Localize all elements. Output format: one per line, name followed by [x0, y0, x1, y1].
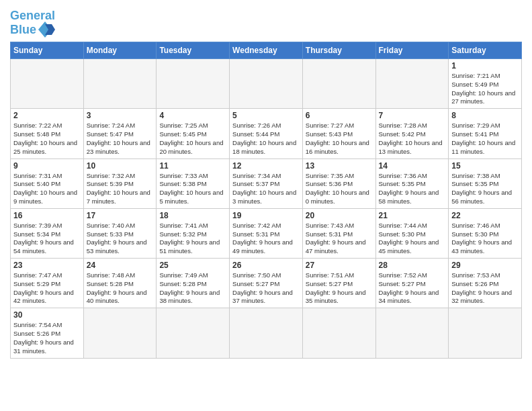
header: General Blue	[10, 7, 522, 38]
logo-text: General	[10, 9, 58, 21]
day-info: Sunrise: 7:53 AM Sunset: 5:26 PM Dayligh…	[451, 271, 519, 306]
day-info: Sunrise: 7:52 AM Sunset: 5:27 PM Dayligh…	[379, 271, 446, 306]
day-number: 14	[379, 161, 446, 171]
day-info: Sunrise: 7:48 AM Sunset: 5:28 PM Dayligh…	[87, 271, 154, 306]
calendar-cell: 16Sunrise: 7:39 AM Sunset: 5:34 PM Dayli…	[11, 208, 84, 258]
calendar-cell: 21Sunrise: 7:44 AM Sunset: 5:30 PM Dayli…	[375, 208, 449, 258]
calendar-cell: 23Sunrise: 7:47 AM Sunset: 5:29 PM Dayli…	[11, 259, 84, 308]
calendar-cell: 13Sunrise: 7:35 AM Sunset: 5:36 PM Dayli…	[302, 158, 375, 208]
calendar-header-tuesday: Tuesday	[157, 42, 230, 59]
calendar-cell	[302, 59, 375, 109]
calendar-cell: 2Sunrise: 7:22 AM Sunset: 5:48 PM Daylig…	[11, 109, 84, 158]
calendar-cell	[449, 308, 522, 358]
calendar-cell: 12Sunrise: 7:34 AM Sunset: 5:37 PM Dayli…	[230, 158, 303, 208]
day-number: 11	[159, 161, 226, 171]
calendar-cell: 19Sunrise: 7:42 AM Sunset: 5:31 PM Dayli…	[230, 208, 303, 258]
calendar-cell: 10Sunrise: 7:32 AM Sunset: 5:39 PM Dayli…	[83, 158, 157, 208]
calendar-cell: 5Sunrise: 7:26 AM Sunset: 5:44 PM Daylig…	[230, 109, 303, 158]
calendar-cell	[302, 308, 375, 358]
day-number: 23	[13, 261, 81, 270]
day-info: Sunrise: 7:34 AM Sunset: 5:37 PM Dayligh…	[232, 172, 300, 206]
day-number: 7	[379, 111, 446, 120]
day-number: 1	[451, 61, 519, 71]
calendar-week-3: 9Sunrise: 7:31 AM Sunset: 5:40 PM Daylig…	[11, 158, 522, 208]
calendar-cell: 3Sunrise: 7:24 AM Sunset: 5:47 PM Daylig…	[83, 109, 157, 158]
day-number: 10	[87, 161, 154, 171]
day-info: Sunrise: 7:46 AM Sunset: 5:30 PM Dayligh…	[451, 222, 519, 256]
day-number: 30	[13, 310, 81, 320]
calendar-cell: 17Sunrise: 7:40 AM Sunset: 5:33 PM Dayli…	[83, 208, 157, 258]
day-number: 3	[87, 111, 154, 120]
day-number: 24	[87, 261, 154, 270]
calendar-cell: 18Sunrise: 7:41 AM Sunset: 5:32 PM Dayli…	[157, 208, 230, 258]
calendar-header-saturday: Saturday	[449, 42, 522, 59]
calendar-cell	[11, 59, 84, 109]
calendar-cell	[375, 308, 449, 358]
day-number: 25	[159, 261, 226, 270]
day-number: 29	[451, 261, 519, 270]
day-info: Sunrise: 7:44 AM Sunset: 5:30 PM Dayligh…	[379, 222, 446, 256]
day-info: Sunrise: 7:50 AM Sunset: 5:27 PM Dayligh…	[232, 271, 300, 306]
logo-icon	[38, 21, 58, 38]
day-number: 20	[306, 211, 373, 220]
day-info: Sunrise: 7:21 AM Sunset: 5:49 PM Dayligh…	[451, 72, 519, 106]
day-number: 17	[87, 211, 154, 220]
day-info: Sunrise: 7:54 AM Sunset: 5:26 PM Dayligh…	[13, 321, 81, 355]
day-info: Sunrise: 7:36 AM Sunset: 5:35 PM Dayligh…	[379, 172, 446, 206]
day-number: 4	[159, 111, 226, 120]
calendar-week-6: 30Sunrise: 7:54 AM Sunset: 5:26 PM Dayli…	[11, 308, 522, 358]
calendar-week-1: 1Sunrise: 7:21 AM Sunset: 5:49 PM Daylig…	[11, 59, 522, 109]
calendar-cell: 9Sunrise: 7:31 AM Sunset: 5:40 PM Daylig…	[11, 158, 84, 208]
day-info: Sunrise: 7:33 AM Sunset: 5:38 PM Dayligh…	[159, 172, 226, 206]
day-number: 18	[159, 211, 226, 220]
calendar-cell	[83, 59, 157, 109]
page: General Blue SundayMondayTuesdayWednesda…	[0, 0, 532, 411]
calendar-cell: 11Sunrise: 7:33 AM Sunset: 5:38 PM Dayli…	[157, 158, 230, 208]
calendar-cell: 8Sunrise: 7:29 AM Sunset: 5:41 PM Daylig…	[449, 109, 522, 158]
calendar-cell	[230, 308, 303, 358]
day-number: 21	[379, 211, 446, 220]
calendar-header-friday: Friday	[375, 42, 449, 59]
day-number: 22	[451, 211, 519, 220]
day-number: 27	[306, 261, 373, 270]
day-info: Sunrise: 7:28 AM Sunset: 5:42 PM Dayligh…	[379, 122, 446, 156]
day-info: Sunrise: 7:25 AM Sunset: 5:45 PM Dayligh…	[159, 122, 226, 156]
day-number: 6	[306, 111, 373, 120]
calendar-cell: 1Sunrise: 7:21 AM Sunset: 5:49 PM Daylig…	[449, 59, 522, 109]
calendar-cell: 29Sunrise: 7:53 AM Sunset: 5:26 PM Dayli…	[449, 259, 522, 308]
calendar-cell: 26Sunrise: 7:50 AM Sunset: 5:27 PM Dayli…	[230, 259, 303, 308]
calendar-header-wednesday: Wednesday	[230, 42, 303, 59]
day-info: Sunrise: 7:27 AM Sunset: 5:43 PM Dayligh…	[306, 122, 373, 156]
day-number: 8	[451, 111, 519, 120]
day-number: 2	[13, 111, 81, 120]
day-info: Sunrise: 7:40 AM Sunset: 5:33 PM Dayligh…	[87, 222, 154, 256]
day-number: 5	[232, 111, 300, 120]
calendar-cell: 30Sunrise: 7:54 AM Sunset: 5:26 PM Dayli…	[11, 308, 84, 358]
day-info: Sunrise: 7:38 AM Sunset: 5:35 PM Dayligh…	[451, 172, 519, 206]
calendar-cell: 14Sunrise: 7:36 AM Sunset: 5:35 PM Dayli…	[375, 158, 449, 208]
day-info: Sunrise: 7:35 AM Sunset: 5:36 PM Dayligh…	[306, 172, 373, 206]
day-info: Sunrise: 7:29 AM Sunset: 5:41 PM Dayligh…	[451, 122, 519, 156]
calendar-cell	[230, 59, 303, 109]
day-info: Sunrise: 7:49 AM Sunset: 5:28 PM Dayligh…	[159, 271, 226, 306]
day-number: 12	[232, 161, 300, 171]
day-info: Sunrise: 7:26 AM Sunset: 5:44 PM Dayligh…	[232, 122, 300, 156]
calendar-cell	[83, 308, 157, 358]
day-info: Sunrise: 7:51 AM Sunset: 5:27 PM Dayligh…	[306, 271, 373, 306]
day-info: Sunrise: 7:42 AM Sunset: 5:31 PM Dayligh…	[232, 222, 300, 256]
day-info: Sunrise: 7:39 AM Sunset: 5:34 PM Dayligh…	[13, 222, 81, 256]
logo-general: General	[10, 9, 55, 22]
logo-blue-text: Blue	[10, 24, 36, 36]
calendar-cell: 22Sunrise: 7:46 AM Sunset: 5:30 PM Dayli…	[449, 208, 522, 258]
calendar: SundayMondayTuesdayWednesdayThursdayFrid…	[10, 42, 522, 359]
calendar-cell: 24Sunrise: 7:48 AM Sunset: 5:28 PM Dayli…	[83, 259, 157, 308]
calendar-week-4: 16Sunrise: 7:39 AM Sunset: 5:34 PM Dayli…	[11, 208, 522, 258]
calendar-cell	[375, 59, 449, 109]
day-number: 28	[379, 261, 446, 270]
day-info: Sunrise: 7:24 AM Sunset: 5:47 PM Dayligh…	[87, 122, 154, 156]
calendar-cell: 27Sunrise: 7:51 AM Sunset: 5:27 PM Dayli…	[302, 259, 375, 308]
calendar-header-thursday: Thursday	[302, 42, 375, 59]
day-info: Sunrise: 7:31 AM Sunset: 5:40 PM Dayligh…	[13, 172, 81, 206]
day-info: Sunrise: 7:41 AM Sunset: 5:32 PM Dayligh…	[159, 222, 226, 256]
day-number: 26	[232, 261, 300, 270]
